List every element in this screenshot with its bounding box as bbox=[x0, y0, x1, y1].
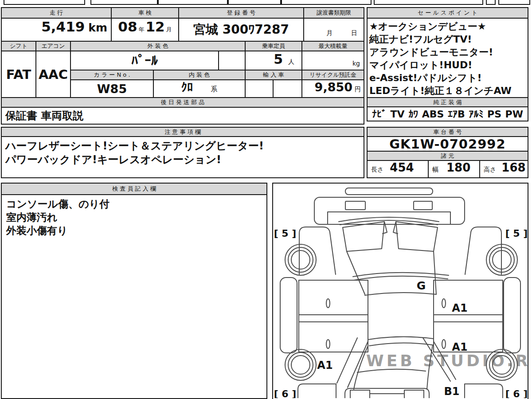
equipment-item: PS bbox=[487, 109, 501, 120]
aircon-header: エアコン bbox=[35, 41, 71, 51]
a-pillar-left bbox=[347, 251, 365, 294]
transfer-day-unit: 日 bbox=[351, 29, 357, 37]
chassis-number: GK1W-0702992 bbox=[389, 137, 505, 152]
equipment-row: ﾅﾋﾞ TV ｶﾜ ABS ｴｱB ｱﾙﾐ PS PW bbox=[367, 106, 528, 121]
top-cutoff-cell bbox=[486, 0, 496, 5]
spec-width-cell: 幅180 bbox=[428, 160, 480, 178]
top-cutoff-cell bbox=[158, 0, 228, 5]
top-cutoff-cell bbox=[498, 0, 530, 5]
aircon-code: AAC bbox=[39, 67, 68, 82]
notes-header: 注 意 事 項 欄 bbox=[1, 127, 364, 137]
rear-right-corner-panel bbox=[465, 384, 503, 398]
interior-color-name: ｸﾛ bbox=[181, 80, 193, 94]
rear-light-right bbox=[404, 390, 424, 398]
watermark-text: WEB STUDIO.RU bbox=[366, 352, 528, 370]
sales-point-line: ★オークションデビュー★ bbox=[369, 20, 526, 33]
spec-height-cell: 高さ168 bbox=[479, 160, 528, 178]
top-cutoff-cell bbox=[374, 0, 483, 5]
later-shipping-value: 保証書 車両取説 bbox=[1, 107, 364, 125]
aircon-value: AAC bbox=[35, 51, 71, 98]
spec-length-value: 454 bbox=[390, 161, 414, 174]
equipment-item: ｱﾙﾐ bbox=[469, 109, 483, 120]
registration-number: 宮城 300ﾜ7287 bbox=[193, 21, 289, 38]
equipment-item: ﾅﾋﾞ bbox=[372, 109, 387, 120]
rear-left-corner-label: [ 6 ] bbox=[274, 388, 297, 398]
rear-light-left bbox=[350, 390, 370, 398]
left-quarter-line bbox=[337, 338, 357, 383]
top-cutoff-cell bbox=[90, 0, 158, 5]
top-cutoff-cell bbox=[228, 0, 281, 5]
left-rear-damage-label: A1 bbox=[317, 359, 332, 372]
recycle-deposit-amount: 9,850 bbox=[315, 80, 352, 94]
shift-header: シフト bbox=[1, 41, 36, 51]
interior-color-value: ｸﾛ系 bbox=[153, 79, 246, 98]
exterior-color-extra-cell bbox=[218, 51, 246, 70]
transfer-month-unit: 月 bbox=[326, 29, 332, 37]
right-front-door-handle bbox=[442, 299, 446, 308]
capacity-header: 乗車定員 bbox=[245, 41, 302, 51]
spec-width-value: 180 bbox=[446, 161, 470, 174]
hood-edge bbox=[328, 212, 450, 224]
spec-length-cell: 長さ454 bbox=[367, 160, 429, 178]
equipment-item: ｴｱB bbox=[448, 109, 465, 120]
left-sill-panel bbox=[280, 278, 297, 353]
max-load-unit: kg bbox=[352, 60, 360, 67]
chassis-value: GK1W-0702992 bbox=[367, 136, 528, 152]
inspection-year-unit: 年 bbox=[139, 26, 145, 34]
registration-value: 宮城 300ﾜ7287 bbox=[178, 18, 304, 42]
front-bumper bbox=[345, 188, 433, 195]
capacity-value: 5人 bbox=[245, 51, 302, 70]
sales-points-box: ★オークションデビュー★ 純正ナビ!フルセグTV! アラウンドビューモニター! … bbox=[367, 18, 528, 98]
rear-window-arc-inner bbox=[369, 343, 432, 346]
roof-rear-arc bbox=[365, 293, 436, 295]
equipment-item: ｶﾜ bbox=[408, 109, 418, 120]
inspection-value: 08年12月 bbox=[111, 18, 179, 42]
shift-code: FAT bbox=[6, 67, 31, 82]
recycle-deposit-header: リサイクル預託金 bbox=[301, 70, 364, 80]
top-cutoff-cell bbox=[281, 0, 372, 5]
exterior-color-name: ﾊﾟｰﾙ bbox=[131, 53, 158, 68]
left-front-door-handle bbox=[326, 299, 330, 308]
left-quarter-line-inner bbox=[348, 341, 368, 387]
inspector-header: 検 査 員 記 入 欄 bbox=[1, 183, 267, 195]
interior-color-suffix: 系 bbox=[211, 85, 218, 94]
later-shipping-header: 後 日 発 送 部 品 bbox=[1, 97, 364, 108]
mileage-unit: km bbox=[88, 21, 107, 34]
capacity-number: 5 bbox=[274, 51, 283, 67]
right-sill-panel bbox=[504, 278, 520, 353]
sales-point-line: アラウンドビューモニター! bbox=[369, 46, 526, 59]
inspection-year: 08 bbox=[118, 19, 137, 35]
left-headlight bbox=[345, 201, 365, 210]
top-cutoff-cell bbox=[4, 0, 85, 5]
grade-g-label: G bbox=[417, 279, 426, 292]
max-load-value: kg bbox=[301, 51, 364, 70]
car-top-view-diagram: WEB STUDIO.RU bbox=[273, 184, 528, 398]
notes-line: ハーフレザーシート!シート＆ステアリングヒーター! bbox=[5, 139, 360, 153]
rear-right-damage-label: B1 bbox=[444, 385, 460, 398]
spec-height-value: 168 bbox=[501, 161, 525, 174]
transfer-docs-value: 月日 bbox=[303, 18, 364, 42]
auction-sheet: 走 行 車 検 登 録 番 号 譲渡書類期限 5,419km 08年12月 宮城… bbox=[0, 0, 532, 399]
inspection-month-unit: 月 bbox=[166, 26, 172, 34]
equipment-item: PW bbox=[505, 109, 523, 120]
imported-value-right bbox=[273, 79, 302, 98]
exterior-color-value: ﾊﾟｰﾙ bbox=[70, 51, 219, 70]
inspector-box: コンソール傷、のり付 室内薄汚れ 外装小傷有り bbox=[1, 194, 267, 399]
left-rear-door-handle bbox=[326, 340, 330, 348]
exterior-color-header: 外 装 色 bbox=[70, 41, 246, 51]
sales-point-line: e-Assist!パドルシフト! bbox=[369, 71, 526, 84]
inspector-line: 外装小傷有り bbox=[6, 224, 262, 237]
notes-box: ハーフレザーシート!シート＆ステアリングヒーター! パワーバックドア!キーレスオ… bbox=[1, 136, 364, 178]
right-headlight bbox=[414, 201, 432, 210]
windshield-left bbox=[343, 222, 384, 251]
sales-point-line: LEDライト!純正１８インチAW bbox=[369, 84, 526, 97]
color-no-value: W85 bbox=[70, 79, 154, 98]
right-rear-door-handle bbox=[442, 340, 446, 348]
spec-length-label: 長さ bbox=[371, 166, 383, 174]
right-rear-door-damage-label: A1 bbox=[452, 341, 467, 353]
spec-width-label: 幅 bbox=[432, 166, 438, 174]
recycle-deposit-value: 9,850円 bbox=[301, 79, 364, 98]
sales-points-header: セ ー ル ス ポ イ ン ト bbox=[367, 7, 528, 19]
rear-plate bbox=[370, 394, 404, 398]
right-front-door-damage-label: A1 bbox=[452, 302, 467, 314]
